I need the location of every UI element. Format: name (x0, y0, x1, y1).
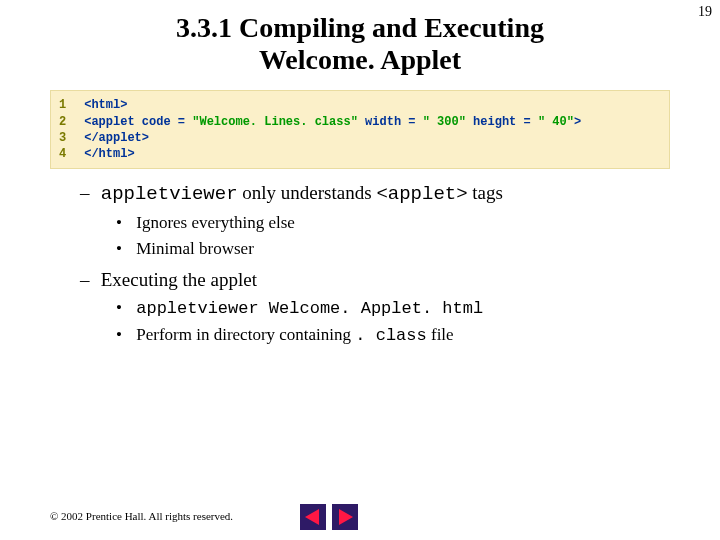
bullet-icon: • (116, 237, 132, 262)
dash-icon: – (80, 179, 96, 207)
bullet-text: Ignores everything else (136, 213, 295, 232)
code-line-1: 1 <html> (59, 97, 661, 113)
nav-buttons (300, 504, 360, 530)
code-token: </applet> (84, 131, 149, 145)
prev-slide-button[interactable] (300, 504, 326, 530)
code-token: </html> (84, 147, 134, 161)
title-line-1: 3.3.1 Compiling and Executing (176, 12, 544, 43)
code-line-3: 3 </applet> (59, 130, 661, 146)
bullet-level-1: – Executing the applet (80, 266, 720, 294)
bullet-level-2: • appletviewer Welcome. Applet. html (116, 296, 720, 322)
code-token: " 300" (423, 115, 466, 129)
line-number: 3 (59, 130, 77, 146)
line-number: 2 (59, 114, 77, 130)
next-slide-button[interactable] (332, 504, 358, 530)
bullet-text: tags (468, 182, 503, 203)
code-line-2: 2 <applet code = "Welcome. Lines. class"… (59, 114, 661, 130)
bullet-text-mono: . class (355, 326, 426, 345)
line-number: 1 (59, 97, 77, 113)
bullet-text: Executing the applet (101, 269, 257, 290)
code-token: width = (358, 115, 423, 129)
bullet-icon: • (116, 323, 132, 348)
slide-title: 3.3.1 Compiling and Executing Welcome. A… (0, 12, 720, 76)
bullet-level-2: • Minimal browser (116, 237, 720, 262)
line-number: 4 (59, 146, 77, 162)
code-token: code = (135, 115, 193, 129)
bullet-text: file (427, 325, 454, 344)
bullet-text: Minimal browser (136, 239, 254, 258)
code-token: <applet (84, 115, 134, 129)
code-token: "Welcome. Lines. class" (192, 115, 358, 129)
code-token: > (574, 115, 581, 129)
copyright-footer: © 2002 Prentice Hall. All rights reserve… (50, 510, 233, 522)
bullet-level-2: • Perform in directory containing . clas… (116, 323, 720, 349)
bullet-text-mono: <applet> (376, 183, 467, 205)
dash-icon: – (80, 266, 96, 294)
bullet-level-1: – appletviewer only understands <applet>… (80, 179, 720, 209)
code-line-4: 4 </html> (59, 146, 661, 162)
bullet-text-mono: appletviewer Welcome. Applet. html (136, 299, 483, 318)
bullet-icon: • (116, 296, 132, 321)
bullet-icon: • (116, 211, 132, 236)
code-token: height = (466, 115, 538, 129)
code-token: <html> (84, 98, 127, 112)
bullet-text-mono: appletviewer (101, 183, 238, 205)
bullet-level-2: • Ignores everything else (116, 211, 720, 236)
bullet-text: only understands (238, 182, 377, 203)
code-block: 1 <html> 2 <applet code = "Welcome. Line… (50, 90, 670, 169)
code-token: " 40" (538, 115, 574, 129)
bullet-text: Perform in directory containing (136, 325, 355, 344)
page-number: 19 (698, 4, 712, 20)
bullet-list: – appletviewer only understands <applet>… (80, 179, 720, 349)
title-line-2: Welcome. Applet (259, 44, 461, 75)
